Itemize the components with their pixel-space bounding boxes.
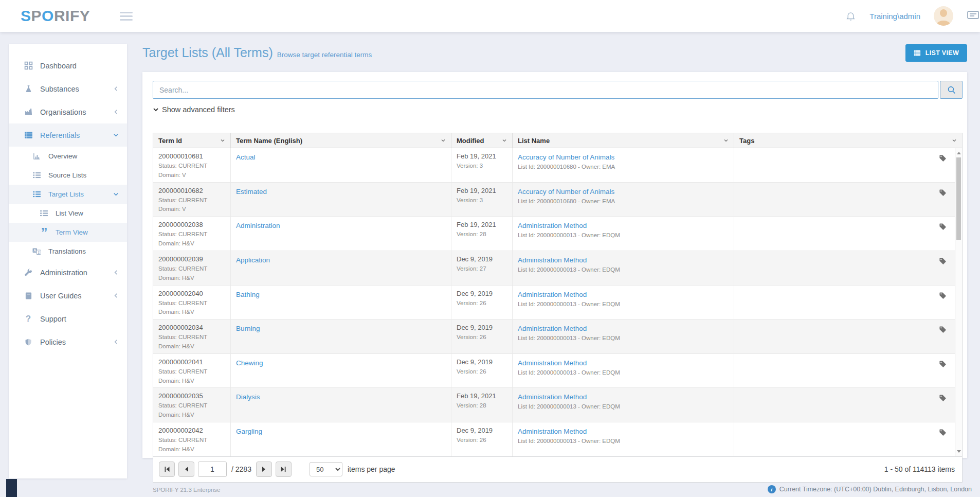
show-advanced-filters-toggle[interactable]: Show advanced filters (153, 105, 235, 114)
sidebar-item-referentials[interactable]: Referentials (9, 123, 127, 147)
list-name-link[interactable]: Accuracy of Number of Animals (518, 153, 614, 161)
scroll-down-arrow[interactable] (955, 448, 962, 455)
list-name-link[interactable]: Administration Method (518, 393, 587, 401)
sidebar-item-translations[interactable]: Až Translations (9, 242, 127, 261)
sidebar-item-substances[interactable]: Substances (9, 77, 127, 100)
tag-icon[interactable] (939, 223, 947, 248)
chevron-left-icon (113, 339, 119, 345)
list-info: List Id: 200000000013 - Owner: EDQM (518, 300, 729, 309)
term-name-link[interactable]: Estimated (236, 188, 267, 196)
chevron-down-icon[interactable] (723, 138, 729, 143)
modified-date: Dec 9, 2019 (457, 324, 507, 331)
previous-page-button[interactable] (178, 461, 194, 477)
translate-icon: Až (31, 247, 42, 255)
column-header-term-name[interactable]: Term Name (English) (231, 133, 451, 148)
sidebar: Dashboard Substances Organisations Refer… (9, 44, 127, 478)
list-name-link[interactable]: Administration Method (518, 325, 587, 332)
column-header-list-name[interactable]: List Name (513, 133, 734, 148)
term-name-link[interactable]: Bathing (236, 291, 260, 298)
term-version: Version: 28 (457, 230, 507, 239)
sidebar-item-label: Substances (40, 85, 79, 93)
term-name-link[interactable]: Application (236, 256, 270, 264)
chat-icon[interactable] (967, 10, 980, 22)
sidebar-item-organisations[interactable]: Organisations (9, 100, 127, 123)
list-name-link[interactable]: Administration Method (518, 359, 587, 367)
chevron-left-icon (113, 109, 119, 115)
tag-icon[interactable] (939, 189, 947, 215)
sidebar-item-dashboard[interactable]: Dashboard (9, 54, 127, 77)
chevron-down-icon[interactable] (220, 138, 225, 143)
first-page-button[interactable] (159, 461, 175, 477)
page-number-input[interactable] (198, 461, 227, 477)
page-title: Target Lists (All Terms) (142, 45, 273, 60)
svg-text:ž: ž (38, 251, 40, 254)
list-name-link[interactable]: Administration Method (518, 428, 587, 435)
column-header-term-id[interactable]: Term Id (153, 133, 231, 148)
current-user[interactable]: Training\admin (869, 12, 920, 21)
tag-icon[interactable] (939, 429, 947, 454)
sidebar-item-overview[interactable]: Overview (9, 147, 127, 166)
list-info: List Id: 200000000013 - Owner: EDQM (518, 334, 729, 343)
term-name-link[interactable]: Dialysis (236, 393, 260, 401)
term-name-link[interactable]: Gargling (236, 428, 262, 435)
hamburger-menu-icon[interactable] (120, 10, 133, 23)
list-name-link[interactable]: Administration Method (518, 222, 587, 229)
term-domain: Domain: H&V (158, 274, 225, 283)
page-subtitle: Browse target referential terms (277, 51, 372, 59)
grid-icon (23, 61, 33, 70)
term-id: 200000002035 (158, 392, 225, 400)
next-page-button[interactable] (256, 461, 272, 477)
tag-icon[interactable] (939, 394, 947, 420)
term-name-link[interactable]: Actual (236, 153, 256, 161)
sidebar-item-term-view[interactable]: ” Term View (9, 223, 127, 242)
sidebar-item-label: Dashboard (40, 62, 77, 70)
notifications-bell-icon[interactable] (845, 10, 856, 22)
term-id: 200000002042 (158, 427, 225, 434)
term-name-link[interactable]: Administration (236, 222, 280, 229)
tag-icon[interactable] (939, 257, 947, 283)
list-info: List Id: 200000000013 - Owner: EDQM (518, 437, 729, 446)
chevron-down-icon[interactable] (502, 138, 507, 143)
list-name-link[interactable]: Accuracy of Number of Animals (518, 188, 614, 196)
sidebar-item-target-lists[interactable]: Target Lists (9, 185, 127, 204)
tag-icon[interactable] (939, 360, 947, 386)
sidebar-item-support[interactable]: ? Support (9, 307, 127, 330)
table-row: 200000002042 Status: CURRENT Domain: H&V… (153, 422, 955, 456)
timezone-label: Current Timezone: (UTC+00:00) Dublin, Ed… (779, 486, 972, 493)
table-row: 200000002035 Status: CURRENT Domain: H&V… (153, 388, 955, 422)
list-view-button[interactable]: LIST VIEW (905, 44, 967, 62)
sidebar-item-policies[interactable]: Policies (9, 330, 127, 353)
last-page-button[interactable] (276, 461, 292, 477)
search-button[interactable] (940, 81, 963, 99)
term-id: 200000002034 (158, 324, 225, 331)
tag-icon[interactable] (939, 326, 947, 351)
term-version: Version: 26 (457, 299, 507, 308)
term-domain: Domain: H&V (158, 445, 225, 454)
scrollbar-thumb[interactable] (956, 157, 961, 240)
table-row: 200000010682 Status: CURRENT Domain: V E… (153, 183, 955, 217)
list-name-link[interactable]: Administration Method (518, 256, 587, 264)
sidebar-item-source-lists[interactable]: Source Lists (9, 166, 127, 185)
sidebar-item-administration[interactable]: Administration (9, 261, 127, 284)
column-header-tags[interactable]: Tags (734, 133, 962, 148)
sidebar-item-label: Support (40, 315, 66, 323)
content-card: Show advanced filters Term Id Term Name … (142, 72, 967, 458)
tag-icon[interactable] (939, 292, 947, 317)
tag-icon[interactable] (939, 154, 947, 180)
sidebar-item-user-guides[interactable]: User Guides (9, 284, 127, 307)
items-per-page-select[interactable]: 50 (310, 462, 342, 476)
column-header-modified[interactable]: Modified (451, 133, 513, 148)
scroll-up-arrow[interactable] (955, 149, 962, 156)
term-id: 200000002041 (158, 358, 225, 366)
modified-date: Dec 9, 2019 (457, 290, 507, 297)
avatar[interactable] (934, 6, 953, 26)
chevron-down-icon[interactable] (441, 138, 446, 143)
table-scrollbar[interactable] (955, 148, 962, 456)
list-name-link[interactable]: Administration Method (518, 291, 587, 298)
search-input[interactable] (153, 81, 938, 99)
term-name-link[interactable]: Burning (236, 325, 260, 332)
sidebar-item-list-view[interactable]: List View (9, 204, 127, 223)
term-version: Version: 28 (457, 401, 507, 411)
term-name-link[interactable]: Chewing (236, 359, 263, 367)
chevron-down-icon[interactable] (952, 138, 957, 143)
